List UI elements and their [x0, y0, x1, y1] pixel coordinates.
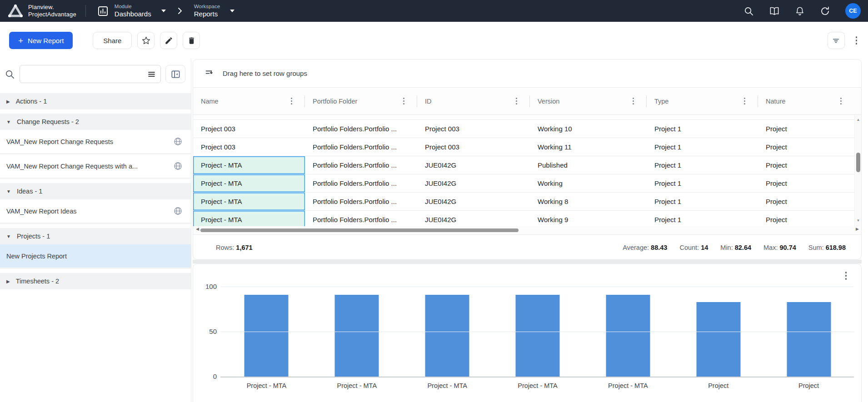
column-menu-icon[interactable]	[742, 96, 747, 106]
cell-name[interactable]: Project - MTA	[193, 193, 305, 210]
sidebar-group-timesheets-2[interactable]: ▶Timesheets - 2	[0, 273, 191, 289]
refresh-button[interactable]	[820, 6, 830, 16]
table-row[interactable]: Project - MTAPortfolio Folders.Portfolio…	[193, 174, 861, 193]
cell-id[interactable]: Project 003	[417, 138, 530, 156]
horizontal-scrollbar[interactable]: ◀ ▶	[193, 226, 861, 234]
filter-button[interactable]	[828, 32, 845, 49]
cell-version[interactable]: Working 8	[530, 193, 647, 210]
bar[interactable]	[244, 295, 289, 377]
cell-nature[interactable]: Project	[758, 193, 861, 210]
globe-icon-wrap	[173, 137, 183, 146]
cell-portfolio-folder[interactable]: Portfolio Folders.Portfolio ...	[305, 156, 417, 174]
cell-portfolio-folder[interactable]: Portfolio Folders.Portfolio ...	[305, 138, 417, 156]
table-row[interactable]: Project 003Portfolio Folders.Portfolio .…	[193, 120, 861, 138]
table-row[interactable]: Project - MTAPortfolio Folders.Portfolio…	[193, 156, 861, 174]
row-group-dropzone[interactable]: Drag here to set row groups	[193, 60, 861, 88]
sidebar-search-input[interactable]	[20, 65, 161, 83]
vertical-scrollbar[interactable]: ▲ ▼	[854, 115, 861, 226]
library-button[interactable]	[769, 6, 780, 16]
cell-nature[interactable]: Project	[758, 138, 861, 156]
table-row[interactable]: Project - MTAPortfolio Folders.Portfolio…	[193, 193, 861, 211]
column-header-type[interactable]: Type	[647, 88, 758, 114]
cell-type[interactable]: Project 1	[647, 138, 758, 156]
scroll-left-icon[interactable]: ◀	[196, 227, 199, 231]
cell-version[interactable]: Working 10	[530, 120, 647, 138]
cell-version[interactable]: Working	[530, 174, 647, 192]
bar[interactable]	[425, 295, 469, 377]
search-input[interactable]	[25, 70, 147, 78]
sidebar-group-change-requests-2[interactable]: ▼Change Requests - 2	[0, 114, 191, 130]
horizontal-scroll-thumb[interactable]	[200, 228, 519, 232]
cell-id[interactable]: JUE0I42G	[417, 156, 530, 174]
brand[interactable]: Planview. ProjectAdvantage	[7, 4, 76, 18]
cell-portfolio-folder[interactable]: Portfolio Folders.Portfolio ...	[305, 174, 417, 192]
notifications-button[interactable]	[795, 6, 805, 16]
cell-nature[interactable]: Project	[758, 211, 861, 226]
column-header-nature[interactable]: Nature	[758, 88, 854, 114]
chart-menu-icon[interactable]	[843, 270, 849, 282]
sidebar-item-new-projects-report[interactable]: New Projects Report	[0, 244, 191, 269]
cell-name[interactable]: Project 003	[193, 120, 305, 138]
cell-portfolio-folder[interactable]: Portfolio Folders.Portfolio ...	[305, 193, 417, 210]
sidebar-item-vam-new-report-change-requests-with-a[interactable]: VAM_New Report Change Requests with a...	[0, 154, 191, 179]
cell-type[interactable]: Project 1	[647, 193, 758, 210]
column-header-name[interactable]: Name	[193, 88, 305, 114]
delete-button[interactable]	[183, 32, 200, 49]
cell-nature[interactable]: Project	[758, 156, 861, 174]
cell-type[interactable]: Project 1	[647, 120, 758, 138]
favorite-button[interactable]	[137, 32, 155, 49]
search-button[interactable]	[743, 6, 754, 16]
cell-name[interactable]: Project - MTA	[193, 156, 305, 174]
column-header-id[interactable]: ID	[417, 88, 530, 114]
sidebar-item-vam-new-report-ideas[interactable]: VAM_New Report Ideas	[0, 199, 191, 224]
cell-version[interactable]: Working 11	[530, 138, 647, 156]
scroll-right-icon[interactable]: ▶	[856, 227, 859, 231]
cell-name[interactable]: Project 003	[193, 138, 305, 156]
sidebar-group-ideas-1[interactable]: ▼Ideas - 1	[0, 183, 191, 199]
menu-icon[interactable]	[147, 70, 156, 79]
new-report-button[interactable]: + New Report	[9, 32, 73, 49]
column-menu-icon[interactable]	[838, 96, 843, 106]
bar[interactable]	[516, 295, 560, 377]
edit-button[interactable]	[160, 32, 177, 49]
column-menu-icon[interactable]	[631, 96, 636, 106]
table-row[interactable]: Project - MTAPortfolio Folders.Portfolio…	[193, 211, 861, 226]
avatar[interactable]: CE	[845, 3, 861, 19]
bar[interactable]	[606, 295, 650, 377]
kebab-menu-icon[interactable]	[854, 35, 859, 46]
bar[interactable]	[335, 295, 379, 377]
module-menu[interactable]: Module Dashboards	[97, 3, 166, 18]
bar[interactable]	[696, 302, 740, 377]
workspace-menu[interactable]: Workspace Reports	[194, 3, 234, 18]
cell-version[interactable]: Published	[530, 156, 647, 174]
cell-nature[interactable]: Project	[758, 120, 861, 138]
cell-id[interactable]: Project 003	[417, 120, 530, 138]
cell-id[interactable]: JUE0I42G	[417, 193, 530, 210]
column-menu-icon[interactable]	[289, 96, 294, 106]
cell-name[interactable]: Project - MTA	[193, 174, 305, 192]
cell-portfolio-folder[interactable]: Portfolio Folders.Portfolio ...	[305, 120, 417, 138]
vertical-scroll-thumb[interactable]	[856, 153, 860, 172]
column-menu-icon[interactable]	[514, 96, 519, 106]
cell-type[interactable]: Project 1	[647, 211, 758, 226]
cell-nature[interactable]: Project	[758, 174, 861, 192]
scroll-down-icon[interactable]: ▼	[855, 218, 861, 223]
column-menu-icon[interactable]	[401, 96, 406, 106]
cell-name[interactable]: Project - MTA	[193, 211, 305, 226]
sidebar-group-projects-1[interactable]: ▼Projects - 1	[0, 228, 191, 244]
column-header-portfolio-folder[interactable]: Portfolio Folder	[305, 88, 417, 114]
column-header-version[interactable]: Version	[530, 88, 647, 114]
cell-id[interactable]: JUE0I42G	[417, 174, 530, 192]
collapse-panel-button[interactable]	[165, 65, 185, 83]
scroll-up-icon[interactable]: ▲	[855, 118, 861, 122]
share-button[interactable]: Share	[93, 32, 132, 49]
bar[interactable]	[787, 302, 831, 377]
cell-type[interactable]: Project 1	[647, 174, 758, 192]
cell-id[interactable]: JUE0I42G	[417, 211, 530, 226]
cell-version[interactable]: Working 9	[530, 211, 647, 226]
table-row[interactable]: Project 003Portfolio Folders.Portfolio .…	[193, 138, 861, 156]
cell-portfolio-folder[interactable]: Portfolio Folders.Portfolio ...	[305, 211, 417, 226]
sidebar-group-actions-1[interactable]: ▶Actions - 1	[0, 93, 191, 109]
cell-type[interactable]: Project 1	[647, 156, 758, 174]
sidebar-item-vam-new-report-change-requests[interactable]: VAM_New Report Change Requests	[0, 130, 191, 154]
